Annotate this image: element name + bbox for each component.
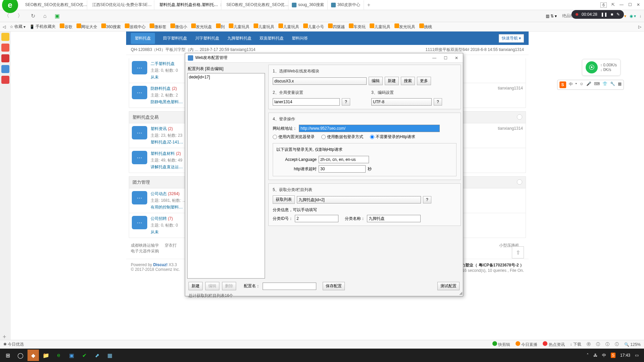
radio-browser-login[interactable]: 使用内置浏览器登录 (273, 134, 315, 140)
bookmark-item[interactable]: 儿童玩具 (254, 23, 274, 30)
module-select[interactable]: discusX3.x (273, 77, 367, 85)
config-list-item[interactable]: dede[id=17] (189, 75, 263, 79)
board-title[interactable]: 公司招聘 (151, 216, 167, 221)
bookmark-item[interactable]: 发光玩盘 (191, 23, 212, 30)
bookmark-item[interactable]: 发光玩具 (394, 23, 415, 30)
module-new-button[interactable]: 新建 (385, 77, 399, 85)
browser-tab[interactable]: SEO教程_SEO优化教程_SEO优… (221, 0, 288, 10)
cat-name-input[interactable] (367, 215, 421, 222)
new-tab-button[interactable]: + (364, 2, 374, 8)
taskbar-app[interactable]: 📁 (40, 350, 52, 361)
resize-grip-icon[interactable]: ◢ (459, 291, 462, 295)
bookmark-item[interactable]: 挑桃 (419, 23, 432, 30)
dock-app-icon[interactable] (1, 65, 9, 73)
global-var-help-icon[interactable]: ? (342, 98, 350, 106)
tray-ime-icon[interactable]: 中 (602, 353, 606, 358)
taskbar-app[interactable]: ✔ (78, 350, 90, 361)
nav-item[interactable]: 川字塑料托盘 (195, 36, 219, 41)
tray-notifications-icon[interactable]: ▭ (635, 353, 639, 358)
record-edit-icon[interactable]: ✎ (616, 12, 620, 17)
bookmark-item[interactable]: 360搜索 (101, 23, 121, 30)
encoding-help-icon[interactable]: ? (434, 98, 442, 106)
board-title[interactable]: 公司动态 (151, 191, 167, 196)
ime-toolbar[interactable]: S 中 • ☺ 🎤 ⌨ 👕 🔧 ▦ (557, 80, 624, 90)
nav-item[interactable]: 田字塑料托盘 (163, 36, 187, 41)
scroll-top-button[interactable]: ⇧ (512, 246, 524, 258)
board-title[interactable]: 塑料托盘材料 (151, 151, 175, 156)
tray-chevron-up-icon[interactable]: ˄ (587, 353, 589, 358)
board-last-link[interactable]: 防静电黑色塑料… (151, 99, 183, 105)
module-edit-button[interactable]: 编辑 (369, 77, 383, 85)
bookmark-item[interactable]: 网址大全 (76, 23, 97, 30)
screen-recorder-widget[interactable]: 00:04:28 ❚❚ ■ ✎ (572, 10, 624, 19)
ime-cn-icon[interactable]: 中 (569, 81, 573, 88)
bookmark-item[interactable]: 儿童小号 (303, 23, 324, 30)
tray-clock[interactable]: 17:43 (620, 353, 630, 358)
board-title[interactable]: 二手塑料托盘 (151, 61, 175, 66)
cfg-save-button[interactable]: 保存配置 (323, 282, 345, 290)
cat-id-input[interactable] (295, 215, 338, 222)
discuz-link[interactable]: Discuz! (153, 262, 168, 267)
start-button[interactable]: ⊞ (2, 350, 13, 361)
board-last-link[interactable]: 从未 (151, 229, 159, 235)
sidebar-add-icon[interactable]: + (3, 334, 6, 341)
ime-keyboard-icon[interactable]: ⌨ (594, 81, 600, 88)
network-speed-widget[interactable]: ⦿ ↑ 0.00K/s ↓ 0K/s (582, 59, 621, 76)
dropdown-icon[interactable]: ▥ ⇅ ▾ (546, 14, 557, 18)
browser-tab[interactable]: 360皮肤中心 (328, 0, 364, 10)
cfg-test-button[interactable]: 测试配置 (437, 282, 460, 290)
gear-icon[interactable]: ◉ ▾ (630, 14, 636, 18)
foot-link[interactable]: 成都铁路运输学 (131, 243, 159, 248)
pin-icon[interactable]: ⇱ (611, 2, 615, 8)
collapse-icon[interactable] (517, 179, 522, 185)
sb-icon[interactable]: ⓔ (587, 342, 591, 347)
sb-live[interactable]: 今日直播 (516, 341, 537, 348)
config-list[interactable]: dede[id=17] (187, 73, 265, 279)
nav-back-icon[interactable]: 〈 (3, 12, 11, 20)
radio-no-login[interactable]: 不需要登录的Http请求 (370, 134, 415, 140)
board-last-link[interactable]: 塑料托盘JZ-141… (151, 139, 183, 145)
bookmark-item[interactable]: 到 (216, 23, 225, 30)
taskbar-app[interactable]: ▣ (66, 350, 77, 361)
shield-icon[interactable]: ▣ (53, 12, 61, 20)
ime-grid-icon[interactable]: ▦ (618, 81, 622, 88)
nav-item[interactable]: 塑料问答 (292, 36, 308, 41)
encoding-select[interactable]: UTF-8 (371, 98, 432, 106)
taskbar-app[interactable]: e (53, 350, 64, 361)
dialog-close-icon[interactable]: ✕ (455, 56, 458, 60)
window-close-icon[interactable]: ✕ (637, 2, 640, 8)
tray-sogou-icon[interactable]: S (611, 353, 615, 358)
bookmark-item[interactable]: 儿童玩具 (229, 23, 250, 30)
today-select[interactable]: ✱ 今日优选 (3, 342, 24, 347)
record-stop-icon[interactable]: ■ (611, 12, 613, 17)
dock-app-icon[interactable] (1, 76, 9, 84)
taskbar-app[interactable]: ⬈ (91, 350, 103, 361)
bookmark-item[interactable]: 儿童玩具 (370, 23, 390, 30)
foot-link[interactable]: 穿衣打 (165, 243, 177, 248)
nav-reload-icon[interactable]: ↻ (30, 12, 37, 20)
collapse-icon[interactable] (517, 114, 522, 120)
ime-emoji-icon[interactable]: ☺ (580, 81, 584, 88)
sb-icon[interactable]: ⓘ (615, 342, 619, 347)
taskbar-app[interactable]: ◆ (28, 350, 39, 361)
category-help-icon[interactable]: ? (423, 196, 431, 203)
dock-app-icon[interactable] (1, 33, 9, 41)
record-pause-icon[interactable]: ❚❚ (601, 12, 607, 17)
bm-chevron-right-icon[interactable]: ▷ (638, 24, 641, 29)
browser-tab[interactable]: 江西SEO优化论坛-免费分享SE… (87, 0, 154, 10)
window-maximize-icon[interactable]: ☐ (628, 2, 632, 8)
ime-punct-icon[interactable]: • (576, 81, 577, 88)
download-icon[interactable]: ↓ (639, 14, 641, 18)
nav-item[interactable]: 双面塑料托盘 (260, 36, 284, 41)
timeout-input[interactable] (319, 165, 366, 173)
dock-app-icon[interactable] (1, 44, 9, 52)
bm-mobile[interactable]: 📱 手机收藏夹 (30, 24, 56, 29)
bookmark-item[interactable]: 车类玩 (349, 23, 366, 30)
bookmark-item[interactable]: 游戏中心 (125, 23, 146, 30)
nav-item[interactable]: 九脚塑料托盘 (227, 36, 252, 41)
nav-home-icon[interactable]: ⌂ (42, 12, 48, 20)
accept-lang-input[interactable] (319, 156, 369, 163)
module-more-button[interactable]: 更多 (417, 77, 431, 85)
bookmark-item[interactable]: 谷歌 (60, 23, 72, 30)
radio-packet-login[interactable]: 使用数据包登录方式 (321, 134, 363, 140)
